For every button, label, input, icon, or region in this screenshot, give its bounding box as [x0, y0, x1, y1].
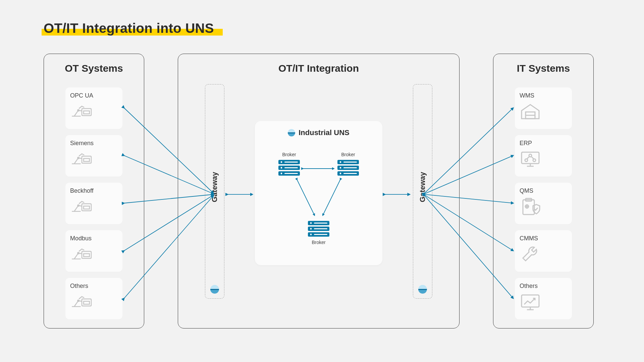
- ot-card-label: Beckhoff: [70, 187, 118, 194]
- svg-point-41: [310, 234, 312, 235]
- svg-rect-42: [314, 223, 327, 224]
- svg-rect-44: [314, 234, 327, 235]
- it-card-label: WMS: [520, 92, 567, 99]
- broker-cluster: Broker Broker Broker: [262, 140, 375, 250]
- it-card-label: ERP: [520, 140, 567, 147]
- broker-node: Broker: [336, 152, 360, 177]
- server-icon: [336, 159, 360, 177]
- svg-rect-4: [84, 159, 90, 162]
- panel-ot-systems: OT Systems OPC UA Siemens Beckhoff Modbu…: [44, 54, 144, 328]
- svg-point-11: [77, 252, 79, 254]
- svg-point-30: [340, 161, 341, 163]
- svg-rect-55: [522, 295, 539, 307]
- svg-rect-35: [343, 173, 357, 174]
- it-card-label: QMS: [520, 187, 567, 194]
- svg-point-32: [340, 173, 341, 174]
- uns-title: Industrial UNS: [299, 128, 350, 137]
- ot-stack: OPC UA Siemens Beckhoff Modbus Others: [65, 87, 122, 319]
- it-card-cmms: CMMS: [515, 230, 572, 272]
- ot-card-siemens: Siemens: [65, 135, 122, 177]
- svg-point-14: [77, 300, 79, 302]
- wrench-icon: [520, 245, 541, 263]
- svg-rect-10: [84, 254, 90, 257]
- svg-point-49: [529, 154, 532, 157]
- gateway-logo-icon: [418, 285, 427, 294]
- ot-card-label: Others: [70, 283, 118, 290]
- industrial-robot-icon: [70, 197, 94, 215]
- it-card-label: Others: [520, 283, 567, 290]
- it-card-label: CMMS: [520, 235, 567, 242]
- panel-otit-integration: OT/IT Integration Gateway Gateway Indust…: [178, 54, 460, 328]
- svg-point-8: [77, 204, 79, 207]
- svg-line-17: [323, 180, 340, 216]
- broker-label: Broker: [277, 152, 301, 157]
- svg-rect-34: [343, 167, 357, 168]
- panel-it-systems: IT Systems WMS ERP QMS CMMS Ot: [493, 54, 594, 328]
- svg-point-51: [533, 159, 536, 162]
- warehouse-icon: [520, 102, 541, 121]
- industrial-robot-icon: [70, 292, 94, 310]
- svg-point-50: [525, 159, 528, 162]
- svg-line-16: [297, 180, 315, 216]
- svg-point-21: [281, 161, 282, 163]
- svg-rect-33: [343, 162, 357, 163]
- it-card-wms: WMS: [515, 87, 572, 129]
- gateway-left: Gateway: [205, 84, 224, 299]
- broker-label: Broker: [336, 152, 360, 157]
- it-card-erp: ERP: [515, 135, 572, 177]
- gateway-label: Gateway: [418, 172, 427, 202]
- svg-rect-1: [84, 111, 90, 114]
- svg-point-22: [281, 167, 282, 169]
- svg-point-39: [310, 222, 312, 224]
- svg-rect-26: [284, 173, 298, 174]
- ot-card-opcua: OPC UA: [65, 87, 122, 129]
- svg-point-5: [77, 157, 79, 159]
- uns-logo-icon: [288, 129, 295, 136]
- svg-rect-24: [284, 162, 298, 163]
- broker-node: Broker: [277, 152, 301, 177]
- svg-point-23: [281, 173, 282, 174]
- gateway-label: Gateway: [210, 172, 219, 202]
- panel-it-title: IT Systems: [493, 63, 593, 74]
- svg-point-40: [310, 228, 312, 230]
- server-icon: [277, 159, 301, 177]
- panel-mid-title: OT/IT Integration: [178, 63, 459, 74]
- uns-header: Industrial UNS: [262, 128, 375, 137]
- monitor-hierarchy-icon: [520, 149, 541, 168]
- svg-point-31: [340, 167, 341, 169]
- ot-card-label: OPC UA: [70, 92, 118, 99]
- page-title: OT/IT Integration into UNS: [44, 21, 214, 36]
- server-icon: [307, 220, 331, 238]
- ot-card-modbus: Modbus: [65, 230, 122, 272]
- broker-node: Broker: [307, 220, 331, 245]
- it-card-qms: QMS: [515, 183, 572, 224]
- industrial-robot-icon: [70, 245, 94, 262]
- ot-card-label: Modbus: [70, 235, 118, 242]
- svg-rect-43: [314, 228, 327, 229]
- ot-card-label: Siemens: [70, 140, 118, 147]
- it-card-others: Others: [515, 278, 572, 319]
- ot-card-others: Others: [65, 278, 122, 319]
- page-title-wrap: OT/IT Integration into UNS: [44, 21, 214, 36]
- it-stack: WMS ERP QMS CMMS Others: [515, 87, 572, 319]
- gateway-right: Gateway: [413, 84, 432, 299]
- svg-rect-25: [284, 167, 298, 168]
- industrial-robot-icon: [70, 149, 94, 167]
- svg-rect-13: [84, 301, 90, 304]
- uns-box: Industrial UNS Broker Brok: [255, 121, 382, 265]
- dashboard-chart-icon: [520, 292, 541, 311]
- svg-rect-7: [84, 206, 90, 209]
- industrial-robot-icon: [70, 102, 94, 119]
- ot-card-beckhoff: Beckhoff: [65, 183, 122, 224]
- svg-point-2: [77, 109, 79, 112]
- broker-label: Broker: [307, 240, 331, 245]
- gateway-logo-icon: [210, 285, 219, 294]
- panel-ot-title: OT Systems: [44, 63, 144, 74]
- clipboard-shield-icon: [520, 197, 541, 216]
